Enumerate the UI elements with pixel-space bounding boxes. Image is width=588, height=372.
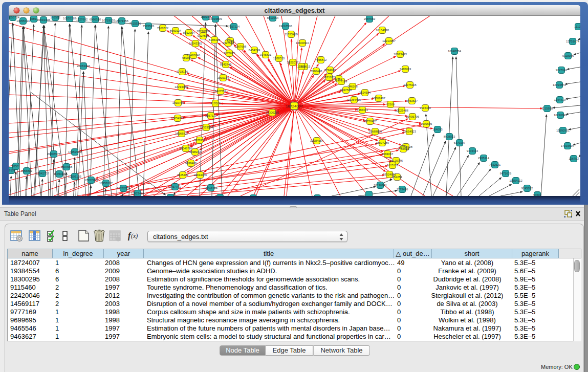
svg-text:6379197: 6379197 (454, 141, 466, 144)
svg-text:17016504: 17016504 (561, 144, 575, 147)
svg-text:1733426: 1733426 (397, 188, 408, 191)
svg-text:19218506: 19218506 (279, 25, 292, 28)
svg-text:17957255: 17957255 (84, 179, 98, 182)
svg-text:8454749: 8454749 (249, 49, 260, 52)
svg-text:6966160: 6966160 (90, 18, 101, 21)
svg-text:10655287: 10655287 (63, 17, 76, 20)
svg-text:1527602: 1527602 (76, 18, 88, 21)
svg-text:9498222: 9498222 (189, 150, 201, 154)
svg-text:164095: 164095 (432, 128, 442, 131)
svg-text:1244419: 1244419 (554, 98, 566, 101)
svg-text:10025488: 10025488 (395, 109, 408, 112)
svg-text:18226058: 18226058 (197, 30, 210, 33)
svg-text:16046788: 16046788 (179, 147, 192, 150)
svg-text:7386372: 7386372 (357, 108, 368, 112)
svg-text:7632621: 7632621 (489, 163, 501, 166)
svg-text:16210643: 16210643 (554, 114, 567, 117)
svg-text:10688609: 10688609 (368, 130, 382, 133)
svg-text:10973493: 10973493 (394, 53, 407, 56)
svg-text:9699695: 9699695 (421, 122, 432, 125)
svg-text:16671355: 16671355 (115, 19, 128, 23)
svg-text:16120746: 16120746 (389, 159, 403, 162)
svg-text:7357224: 7357224 (228, 25, 240, 28)
svg-text:16640910: 16640910 (296, 41, 309, 45)
svg-text:15692901: 15692901 (556, 129, 570, 132)
svg-text:(x): (x) (131, 232, 138, 239)
svg-text:1156819: 1156819 (21, 169, 32, 172)
svg-text:2718176: 2718176 (177, 70, 188, 73)
svg-text:20364456: 20364456 (347, 98, 361, 101)
svg-text:18724007: 18724007 (286, 104, 302, 108)
svg-text:9327506: 9327506 (198, 34, 209, 37)
svg-text:9146821: 9146821 (260, 53, 272, 56)
svg-text:1588520: 1588520 (273, 57, 285, 60)
svg-text:15751074: 15751074 (566, 40, 580, 43)
svg-text:1621072: 1621072 (323, 76, 335, 79)
svg-text:62160: 62160 (386, 103, 395, 106)
svg-text:12505135: 12505135 (68, 175, 81, 178)
svg-text:9327508: 9327508 (223, 41, 234, 45)
svg-text:78501: 78501 (12, 165, 20, 168)
svg-text:16648784: 16648784 (448, 50, 462, 53)
svg-text:39154: 39154 (9, 169, 16, 172)
svg-text:8912954: 8912954 (183, 31, 195, 34)
svg-text:15716485: 15716485 (204, 186, 217, 189)
svg-text:8990448: 8990448 (311, 70, 322, 73)
svg-text:14055714: 14055714 (16, 19, 30, 23)
svg-text:2803144: 2803144 (217, 76, 229, 79)
svg-text:20691406: 20691406 (37, 18, 50, 21)
svg-text:9756928: 9756928 (398, 147, 409, 150)
svg-text:7515526: 7515526 (143, 25, 155, 28)
svg-text:8878352: 8878352 (194, 139, 206, 142)
svg-text:252254: 252254 (392, 176, 402, 179)
svg-text:16055724: 16055724 (9, 16, 20, 19)
svg-text:8813054: 8813054 (267, 16, 279, 19)
svg-text:7955812: 7955812 (315, 58, 327, 61)
svg-text:126753: 126753 (569, 157, 578, 160)
svg-text:12213967: 12213967 (382, 39, 396, 42)
svg-text:15495796: 15495796 (406, 115, 419, 118)
svg-text:7515526: 7515526 (129, 22, 141, 25)
svg-text:19166827: 19166827 (175, 132, 188, 135)
svg-text:9227342: 9227342 (556, 69, 568, 72)
svg-text:9099489: 9099489 (185, 162, 197, 165)
svg-text:20053346: 20053346 (77, 64, 90, 68)
svg-text:9242848: 9242848 (220, 63, 232, 66)
svg-text:10958107: 10958107 (99, 182, 113, 185)
svg-text:10654112: 10654112 (509, 179, 522, 182)
svg-text:8938923: 8938923 (444, 135, 455, 138)
svg-text:16136141: 16136141 (374, 184, 387, 187)
svg-text:3675685: 3675685 (224, 52, 235, 55)
svg-text:18807289: 18807289 (376, 141, 389, 144)
svg-text:9329906: 9329906 (562, 54, 574, 57)
svg-text:5822037: 5822037 (287, 61, 299, 64)
svg-text:3624554: 3624554 (359, 91, 371, 94)
svg-text:9474444: 9474444 (467, 149, 478, 152)
svg-text:746266: 746266 (347, 85, 357, 88)
svg-text:8471626: 8471626 (500, 172, 512, 175)
svg-text:2687682: 2687682 (364, 17, 376, 20)
svg-text:9463627: 9463627 (406, 99, 418, 102)
svg-text:10807487: 10807487 (372, 97, 385, 100)
svg-text:11123: 11123 (574, 25, 580, 28)
svg-text:3215958: 3215958 (541, 107, 553, 110)
svg-text:9457791: 9457791 (169, 185, 181, 188)
svg-text:12213389: 12213389 (175, 85, 188, 89)
svg-text:16033809: 16033809 (209, 17, 222, 20)
svg-text:8660124: 8660124 (170, 29, 182, 32)
svg-text:10654923: 10654923 (171, 117, 184, 120)
svg-text:9684067: 9684067 (382, 152, 394, 156)
svg-text:6794028: 6794028 (324, 69, 336, 72)
svg-text:15720407: 15720407 (363, 120, 377, 123)
svg-text:12923468: 12923468 (131, 192, 144, 195)
svg-text:12093872: 12093872 (553, 83, 566, 86)
svg-text:17359924: 17359924 (68, 150, 82, 154)
svg-text:6497568: 6497568 (340, 89, 352, 92)
svg-text:9245052: 9245052 (521, 187, 533, 190)
svg-text:18300295: 18300295 (266, 111, 279, 114)
svg-text:12942737: 12942737 (36, 172, 49, 175)
svg-text:16543382: 16543382 (189, 42, 202, 45)
svg-text:417004: 417004 (210, 102, 221, 105)
svg-text:16782759: 16782759 (117, 187, 130, 190)
svg-text:98901: 98901 (182, 56, 190, 59)
